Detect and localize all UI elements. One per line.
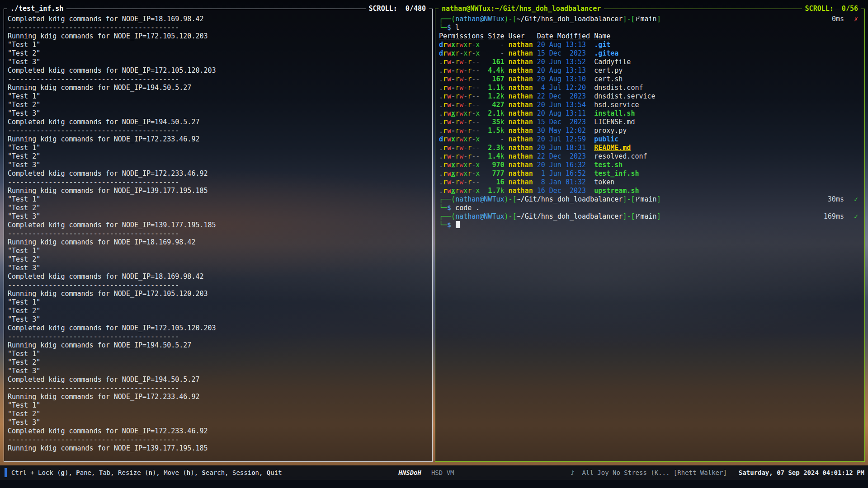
success-check-icon: ✓ <box>854 195 858 204</box>
keybind-key: Q <box>267 469 270 476</box>
file-row: .rw-rw-r-- 16 nathan 8 Jan 01:32 token <box>439 178 863 187</box>
prompt-line: ┌──(nathan@NWTux)-[~/Git/hns_doh_loadbal… <box>439 15 863 23</box>
file-date: 20 Aug 13:13 <box>537 41 590 49</box>
terminal-line: Completed kdig commands for NODE_IP=18.1… <box>8 15 431 23</box>
file-name: hsd.service <box>594 101 639 109</box>
file-size: 1.2k <box>488 92 504 101</box>
file-user: nathan <box>509 118 533 127</box>
pane-corner <box>861 9 865 14</box>
file-permissions: .rw-rw-r-- <box>439 178 484 187</box>
terminal-line: Running kdig commands for NODE_IP=139.17… <box>8 187 431 195</box>
terminal-line: "Test 2" <box>8 152 431 161</box>
file-permissions: .rw-rw-r-- <box>439 118 484 127</box>
file-permissions: drwxrwxr-x <box>439 135 484 144</box>
file-date: 20 Aug 13:10 <box>537 75 590 84</box>
left-pane-content: Completed kdig commands for NODE_IP=18.1… <box>8 15 431 460</box>
file-date: 22 Dec 2023 <box>537 152 590 161</box>
prompt-user-host: nathan@NWTux <box>455 15 504 23</box>
file-size: 35k <box>488 118 504 127</box>
session-name[interactable]: HNSDoH <box>398 469 421 476</box>
prompt-path: ~/Git/hns_doh_loadbalancer <box>517 195 623 203</box>
file-size: 1.7k <box>488 187 504 195</box>
terminal-line: Completed kdig commands for NODE_IP=194.… <box>8 375 431 384</box>
terminal-line: Completed kdig commands for NODE_IP=172.… <box>8 169 431 178</box>
keybind-key: S <box>202 469 206 476</box>
file-size: 427 <box>488 101 504 109</box>
file-size: 16 <box>488 178 504 187</box>
terminal-line: "Test 1" <box>8 298 431 307</box>
file-date: 8 Jan 01:32 <box>537 178 590 187</box>
left-terminal-pane[interactable]: ./test_inf.sh SCROLL: 0/480 Completed kd… <box>4 5 433 462</box>
file-user: nathan <box>509 84 533 92</box>
file-name: LICENSE.md <box>594 118 635 126</box>
prompt-dollar: $ <box>447 204 451 212</box>
prompt-user-host: nathan@NWTux <box>455 212 504 221</box>
window-name[interactable]: HSD VM <box>431 469 454 476</box>
terminal-line: Completed kdig commands for NODE_IP=172.… <box>8 66 431 75</box>
file-row: .rw-rw-r-- 35k nathan 15 Dec 2023 LICENS… <box>439 118 863 127</box>
file-permissions: .rwxrwxr-x <box>439 169 484 178</box>
file-row: .rw-rw-r-- 4.4k nathan 20 Aug 13:13 cert… <box>439 66 863 75</box>
terminal-line: Completed kdig commands for NODE_IP=139.… <box>8 221 431 230</box>
file-user: nathan <box>509 169 533 178</box>
file-date: 16 Dec 2023 <box>537 187 590 195</box>
command-line: └─$ <box>439 221 863 230</box>
keybind-key: g <box>61 469 65 476</box>
file-user: nathan <box>509 161 533 169</box>
file-row: .rwxrwxr-x 777 nathan 1 Jun 16:52 test_i… <box>439 169 863 178</box>
file-size: 1.4k <box>488 152 504 161</box>
file-user: nathan <box>509 152 533 161</box>
terminal-line: "Test 3" <box>8 418 431 427</box>
keybind-key: o <box>251 469 255 476</box>
file-size: - <box>488 135 504 144</box>
file-permissions: .rw-rw-r-- <box>439 127 484 135</box>
pane-corner <box>429 9 433 14</box>
command-duration: 30ms <box>828 195 844 203</box>
file-permissions: .rw-rw-r-- <box>439 75 484 84</box>
terminal-line: Running kdig commands for NODE_IP=194.50… <box>8 84 431 92</box>
command-duration: 0ms <box>832 15 844 23</box>
column-header: Date Modified <box>537 32 590 41</box>
file-name: dnsdist.conf <box>594 84 643 92</box>
terminal-line: ----------------------------------------… <box>8 384 431 393</box>
file-size: 970 <box>488 161 504 169</box>
file-row: .rw-rw-r-- 427 nathan 20 Jun 13:54 hsd.s… <box>439 101 863 109</box>
terminal-line: ----------------------------------------… <box>8 23 431 32</box>
terminal-line: "Test 3" <box>8 109 431 118</box>
keybind-key: T <box>99 469 103 476</box>
terminal-line: ----------------------------------------… <box>8 75 431 84</box>
terminal-line: "Test 3" <box>8 367 431 375</box>
prompt-dollar: $ <box>447 23 451 32</box>
file-date: 20 Jun 13:54 <box>537 101 590 109</box>
file-name: test.sh <box>594 161 623 169</box>
prompt-user-host: nathan@NWTux <box>455 195 504 203</box>
pane-border-line <box>604 9 802 9</box>
file-name: token <box>594 178 614 186</box>
file-date: 20 Jun 13:52 <box>537 58 590 66</box>
prompt-line: ┌──(nathan@NWTux)-[~/Git/hns_doh_loadbal… <box>439 195 863 204</box>
terminal-line: ----------------------------------------… <box>8 436 431 444</box>
file-name: upstream.sh <box>594 187 639 195</box>
terminal-line: Completed kdig commands for NODE_IP=194.… <box>8 118 431 127</box>
file-permissions: .rw-rw-r-- <box>439 92 484 101</box>
file-name: .git <box>594 41 610 49</box>
error-cross-icon: ✗ <box>854 15 858 23</box>
terminal-line: "Test 2" <box>8 204 431 212</box>
file-size: - <box>488 49 504 58</box>
now-playing-widget: ♪ All Joy No Stress (K... [Rhett Walker] <box>571 469 727 476</box>
terminal-line: "Test 2" <box>8 49 431 58</box>
left-pane-border-top: ./test_inf.sh SCROLL: 0/480 <box>4 5 433 13</box>
terminal-line: "Test 2" <box>8 358 431 367</box>
file-row: .rw-rw-r-- 1.4k nathan 22 Dec 2023 resol… <box>439 152 863 161</box>
file-size: 1.5k <box>488 127 504 135</box>
pane-border-line <box>66 9 365 9</box>
keybind-hints: Ctrl + Lock (g), Pane, Tab, Resize (n), … <box>11 469 282 476</box>
file-name: resolved.conf <box>594 152 647 160</box>
file-name: public <box>594 135 618 143</box>
right-terminal-pane[interactable]: nathan@NWTux:~/Git/hns_doh_loadbalancer … <box>435 5 865 462</box>
file-name: proxy.py <box>594 127 627 135</box>
file-permissions: .rw-rw-r-- <box>439 152 484 161</box>
file-user: nathan <box>509 109 533 118</box>
file-row: drwxrwxr-x - nathan 20 Jul 12:59 public <box>439 135 863 144</box>
file-user: nathan <box>509 101 533 109</box>
